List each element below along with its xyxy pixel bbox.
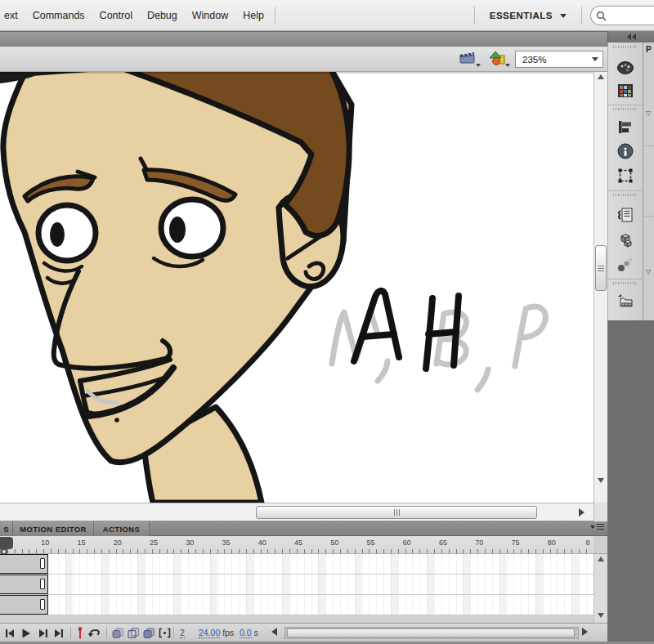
timeline-layer-row[interactable] — [0, 554, 594, 575]
timeline-scroll-thumb[interactable] — [287, 628, 575, 637]
play-button[interactable] — [20, 627, 33, 639]
transform-panel-icon[interactable] — [616, 167, 634, 185]
project-panel-icon[interactable] — [616, 293, 634, 311]
menu-item-ext[interactable]: ext — [0, 0, 25, 31]
timeline-layer-row[interactable] — [0, 595, 594, 615]
onion-skin-outlines-button[interactable] — [127, 627, 140, 639]
ruler-frame-number: 20 — [114, 539, 122, 547]
hollow-keyframe[interactable] — [40, 558, 45, 569]
motion-presets-panel-icon[interactable] — [616, 255, 634, 273]
modify-markers-button[interactable] — [158, 627, 171, 639]
window-title-bar — [0, 31, 654, 47]
hollow-keyframe[interactable] — [40, 599, 45, 610]
section-disclosure-icon[interactable]: ▽ — [646, 268, 651, 275]
ruler-frame-number: 70 — [475, 539, 483, 547]
playhead[interactable] — [0, 537, 13, 549]
timeline-horizontal-scrollbar[interactable] — [284, 627, 579, 639]
dock-gripper[interactable] — [613, 194, 638, 196]
ruler-frame-number: 10 — [41, 539, 49, 547]
zoom-dropdown-button[interactable] — [588, 51, 602, 67]
left-pupil — [50, 222, 65, 247]
chevron-down-icon — [476, 64, 481, 67]
frame-rate-unit: fps — [222, 628, 234, 637]
toolbar-separator — [173, 627, 174, 638]
timeline-scroll-right-arrow[interactable] — [582, 628, 588, 636]
chevron-down-icon — [505, 64, 510, 67]
timeline-layer-row[interactable] — [0, 575, 594, 595]
scroll-up-arrow-icon[interactable] — [598, 557, 604, 561]
section-divider — [643, 145, 654, 146]
elapsed-time-unit: s — [254, 628, 258, 637]
edit-bar: 235% — [0, 47, 607, 72]
ruler-frame-number: 25 — [150, 539, 158, 547]
align-panel-icon[interactable] — [616, 119, 634, 136]
ruler-frame-number: 75 — [511, 539, 519, 547]
code-snippets-panel-icon[interactable] — [616, 206, 634, 224]
center-frame-button[interactable] — [74, 627, 87, 639]
left-eye — [38, 205, 96, 261]
workspace-switcher[interactable]: ESSENTIALS — [478, 0, 578, 31]
stage-canvas[interactable] — [0, 72, 594, 503]
hollow-keyframe[interactable] — [40, 579, 45, 589]
edit-symbols-icon — [489, 51, 507, 66]
dock-group-divider — [608, 105, 643, 105]
edit-scene-button[interactable] — [459, 51, 479, 67]
frame-rate-value[interactable]: 24.00 — [199, 628, 220, 638]
info-panel-icon[interactable] — [616, 142, 634, 160]
dock-gripper[interactable] — [613, 46, 638, 48]
go-to-end-button[interactable] — [52, 627, 65, 639]
dock-gripper[interactable] — [613, 108, 638, 110]
timeline-scroll-left-arrow[interactable] — [271, 628, 277, 636]
vertical-scroll-thumb[interactable] — [595, 245, 607, 291]
scroll-right-arrow-icon[interactable] — [579, 508, 585, 517]
onion-skin-button[interactable] — [111, 627, 124, 639]
stage-zoom-value: 235% — [516, 55, 588, 65]
timeline-tab-motion-editor[interactable]: MOTION EDITOR — [13, 521, 94, 536]
menu-item-debug[interactable]: Debug — [140, 0, 185, 31]
timeline-status-bar: 2 24.00 fps 0.0 s — [0, 623, 607, 642]
section-disclosure-icon[interactable]: ▽ — [646, 110, 651, 117]
edit-multiple-frames-button[interactable] — [142, 627, 155, 639]
panel-dock-strip — [607, 42, 643, 320]
toolbar-separator — [106, 627, 107, 638]
menu-bar: extCommandsControlDebugWindowHelp ESSENT… — [0, 0, 654, 31]
components-panel-icon[interactable] — [616, 230, 634, 248]
ruler-frame-number: 65 — [439, 539, 447, 547]
timeline-vertical-scrollbar[interactable] — [594, 554, 607, 623]
right-pupil — [169, 217, 186, 243]
current-frame-value[interactable]: 2 — [180, 628, 185, 638]
menu-item-window[interactable]: Window — [185, 0, 235, 31]
menu-item-control[interactable]: Control — [92, 0, 140, 31]
ruler-frame-number: 8 — [585, 539, 589, 547]
swatches-panel-icon[interactable] — [616, 82, 634, 100]
dock-group-divider — [608, 190, 643, 191]
stage-zoom-combobox[interactable]: 235% — [515, 51, 603, 68]
edit-scene-icon — [459, 51, 476, 65]
edit-symbols-button[interactable] — [489, 51, 508, 67]
loop-playback-button[interactable] — [87, 627, 101, 639]
search-input[interactable] — [590, 6, 654, 25]
scroll-up-arrow-icon[interactable] — [598, 74, 604, 79]
color-panel-icon[interactable] — [616, 59, 634, 77]
collapse-panels-icon[interactable] — [627, 34, 636, 40]
stage-horizontal-scrollbar[interactable] — [0, 503, 594, 521]
menu-item-help[interactable]: Help — [235, 0, 271, 31]
search-field[interactable] — [607, 11, 643, 20]
horizontal-scroll-thumb[interactable] — [256, 506, 537, 519]
timeline-ruler[interactable]: 51015202530354045505560657075808 — [0, 536, 594, 554]
step-back-button[interactable] — [3, 627, 16, 639]
stage-vertical-scrollbar[interactable] — [594, 72, 607, 503]
timeline-tab-actions[interactable]: ACTIONS — [94, 521, 150, 536]
menu-item-commands[interactable]: Commands — [25, 0, 92, 31]
timeline-tab-s[interactable]: S — [0, 521, 13, 536]
dock-gripper[interactable] — [613, 282, 638, 284]
ruler-frame-number: 60 — [403, 539, 411, 547]
scroll-down-arrow-icon[interactable] — [598, 613, 604, 618]
panel-sliver-label: P — [646, 45, 652, 54]
ruler-frame-number: 40 — [258, 539, 267, 547]
elapsed-time-value[interactable]: 0.0 — [240, 628, 252, 638]
scroll-down-arrow-icon[interactable] — [598, 478, 604, 483]
timeline-layers-area[interactable] — [0, 554, 594, 615]
panel-menu-icon[interactable] — [590, 524, 604, 530]
step-forward-button[interactable] — [36, 627, 49, 639]
